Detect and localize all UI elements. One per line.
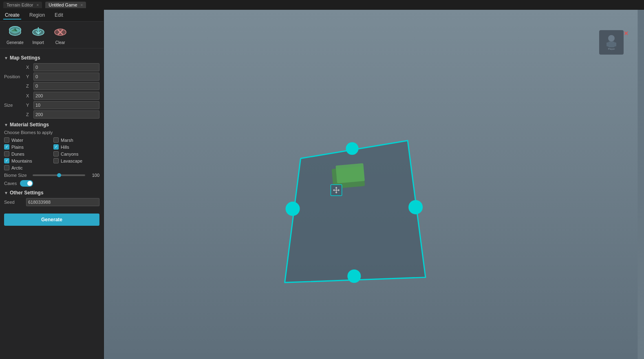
biome-canyons: Canyons	[53, 151, 99, 156]
biome-water-label: Water	[11, 138, 23, 143]
tab-create[interactable]: Create	[3, 11, 21, 20]
clear-icon	[53, 25, 68, 40]
biome-lavascape-checkbox[interactable]	[53, 158, 59, 163]
generate-button[interactable]: Generate	[3, 23, 27, 46]
import-label: Import	[33, 40, 44, 45]
seed-label: Seed	[4, 200, 24, 205]
viewport: Player ✕	[104, 10, 644, 359]
biome-size-slider[interactable]	[33, 174, 85, 176]
biome-arctic-checkbox[interactable]	[4, 165, 9, 170]
tab-edit[interactable]: Edit	[53, 11, 65, 20]
biome-arctic: Arctic	[4, 165, 50, 170]
position-inputs: X Y Z	[26, 63, 99, 90]
biome-water: Water	[4, 137, 50, 143]
viewport-avatar: Player	[599, 30, 624, 55]
biome-plains-label: Plains	[11, 145, 24, 150]
caves-label: Caves	[4, 181, 17, 186]
position-z-input[interactable]	[33, 82, 99, 90]
generate-label: Generate	[7, 40, 24, 45]
biome-mountains-checkbox[interactable]	[4, 158, 9, 163]
biome-mountains: Mountains	[4, 158, 50, 163]
position-y-input[interactable]	[33, 73, 99, 81]
transform-icon[interactable]	[331, 185, 342, 196]
position-row: Position X Y Z	[4, 63, 99, 90]
clear-label: Clear	[55, 40, 65, 45]
svg-rect-26	[608, 42, 615, 47]
other-settings-title: Other Settings	[10, 190, 44, 196]
untitled-game-tab-label: Untitled Game	[49, 2, 77, 7]
svg-point-16	[286, 202, 300, 216]
pos-x-label: X	[26, 65, 32, 70]
untitled-game-tab-close[interactable]: ×	[81, 3, 83, 7]
mode-tabs: Create Region Edit	[0, 10, 104, 22]
svg-point-14	[408, 200, 423, 214]
biome-mountains-label: Mountains	[11, 159, 32, 163]
other-settings-arrow: ▼	[4, 191, 8, 195]
biome-hills: Hills	[53, 144, 99, 150]
seed-input[interactable]	[26, 198, 99, 206]
size-label: Size	[4, 103, 24, 108]
viewport-close-button[interactable]: ✕	[624, 30, 629, 37]
svg-text:Player: Player	[608, 48, 615, 50]
position-label: Position	[4, 74, 24, 79]
biome-lavascape-label: Lavascape	[61, 159, 82, 163]
biome-size-row: Biome Size 100	[4, 173, 99, 178]
position-x-input[interactable]	[33, 63, 99, 71]
svg-marker-9	[285, 141, 426, 282]
position-y-row: Y	[26, 73, 99, 81]
biome-dunes: Dunes	[4, 151, 50, 156]
position-x-row: X	[26, 63, 99, 71]
tab-terrain-editor[interactable]: Terrain Editor ×	[3, 2, 42, 8]
left-panel: Create Region Edit	[0, 10, 104, 359]
biomes-subtitle: Choose Biomes to apply	[4, 130, 99, 135]
svg-rect-11	[335, 163, 365, 183]
biome-dunes-label: Dunes	[11, 152, 24, 156]
terrain-editor-tab-close[interactable]: ×	[36, 3, 39, 7]
caves-toggle[interactable]	[20, 180, 33, 187]
size-inputs: X Y Z	[26, 92, 99, 119]
import-icon	[31, 25, 46, 40]
pos-y-label: Y	[26, 74, 32, 79]
terrain-viewport-svg	[104, 10, 644, 359]
caves-toggle-knob	[27, 181, 32, 186]
biome-hills-checkbox[interactable]	[53, 144, 59, 150]
biome-plains-checkbox[interactable]	[4, 144, 9, 150]
biome-marsh-checkbox[interactable]	[53, 137, 59, 143]
clear-button[interactable]: Clear	[50, 23, 71, 46]
svg-point-17	[347, 269, 361, 283]
size-x-input[interactable]	[33, 92, 99, 100]
size-y-input[interactable]	[33, 101, 99, 109]
biomes-grid: Water Marsh Plains Hills	[4, 137, 99, 170]
biome-plains: Plains	[4, 144, 50, 150]
title-bar: Terrain Editor × Untitled Game ×	[0, 0, 644, 10]
svg-point-6	[37, 28, 40, 31]
material-settings-arrow: ▼	[4, 123, 8, 127]
biome-canyons-checkbox[interactable]	[53, 151, 59, 156]
caves-toggle-row: Caves	[4, 180, 99, 187]
material-settings-header[interactable]: ▼ Material Settings	[4, 122, 99, 128]
biome-dunes-checkbox[interactable]	[4, 151, 9, 156]
seed-row: Seed	[4, 198, 99, 206]
size-z-label: Z	[26, 112, 32, 117]
tab-untitled-game[interactable]: Untitled Game ×	[45, 2, 86, 8]
tab-region[interactable]: Region	[28, 11, 46, 20]
size-x-row: X	[26, 92, 99, 100]
svg-point-25	[608, 35, 615, 42]
biome-hills-label: Hills	[61, 145, 69, 150]
biome-size-value: 100	[88, 173, 99, 178]
generate-button-bottom[interactable]: Generate	[4, 214, 99, 226]
biome-marsh-label: Marsh	[61, 138, 73, 143]
import-button[interactable]: Import	[28, 23, 49, 46]
map-settings-header[interactable]: ▼ Map Settings	[4, 55, 99, 61]
biome-canyons-label: Canyons	[61, 152, 78, 156]
size-z-row: Z	[26, 110, 99, 119]
svg-rect-28	[614, 42, 616, 46]
terrain-editor-tab-label: Terrain Editor	[7, 2, 33, 7]
size-y-label: Y	[26, 103, 32, 108]
biome-arctic-label: Arctic	[11, 165, 23, 170]
biome-water-checkbox[interactable]	[4, 137, 9, 143]
other-settings-header[interactable]: ▼ Other Settings	[4, 190, 99, 196]
size-y-row: Y	[26, 101, 99, 109]
biome-marsh: Marsh	[53, 137, 99, 143]
size-z-input[interactable]	[33, 110, 99, 119]
